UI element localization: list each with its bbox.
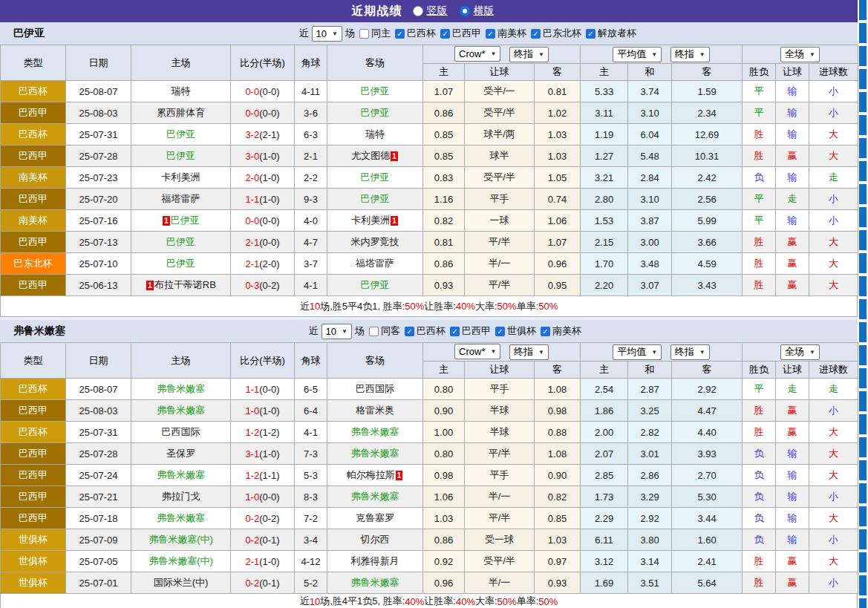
- home-team-cell: 弗拉门戈: [131, 486, 231, 508]
- result-handicap-cell: 输: [776, 210, 809, 232]
- handicap-cell: 半球: [465, 422, 535, 443]
- away-team-cell: 卡利美洲1: [327, 210, 423, 232]
- result-handicap-cell: 赢: [776, 400, 809, 422]
- vertical-layout-radio[interactable]: [413, 6, 423, 16]
- avg-draw-cell: 5.48: [628, 146, 672, 167]
- date-cell: 25-07-09: [66, 529, 131, 551]
- league-checkbox[interactable]: ✓: [531, 29, 541, 39]
- handicap-cell: 平/半: [465, 508, 535, 529]
- league-checkbox-label[interactable]: 巴西杯: [407, 27, 436, 40]
- col-header-date: 日期: [66, 343, 131, 379]
- home-team-name: 巴伊亚: [166, 258, 195, 269]
- league-checkbox[interactable]: ✓: [440, 29, 450, 39]
- league-checkbox-label[interactable]: 南美杯: [497, 27, 526, 40]
- match-row: 南美杯25-07-161巴伊亚0-0(0-0)4-0卡利美洲10.82一球1.0…: [1, 210, 858, 232]
- type-cell: 南美杯: [1, 210, 66, 232]
- away-team-name: 福塔雷萨: [356, 258, 394, 269]
- match-row: 巴西甲25-07-21弗拉门戈1-0(0-0)8-3弗鲁米嫩塞1.06半/一0.…: [1, 486, 858, 508]
- league-checkbox[interactable]: ✓: [495, 327, 505, 336]
- result-handicap-cell: 走: [776, 379, 809, 400]
- league-checkbox-label[interactable]: 巴东北杯: [543, 27, 581, 40]
- chevron-down-icon: ▼: [651, 349, 657, 356]
- final-index-select[interactable]: 终指▼: [509, 47, 549, 62]
- away-team-cell: 弗鲁米嫩塞: [327, 486, 423, 508]
- avg-draw-cell: 3.25: [628, 400, 672, 422]
- league-checkbox[interactable]: ✓: [405, 327, 414, 336]
- same-venue-checkbox[interactable]: [369, 327, 379, 336]
- same-venue-label[interactable]: 同主: [371, 27, 391, 40]
- result-goals-cell: 小: [809, 189, 858, 210]
- fulltime-score: 0-0: [245, 215, 259, 226]
- home-team-cell: 弗鲁米嫩塞(中): [131, 529, 231, 551]
- average-select[interactable]: 平均值▼: [613, 344, 662, 360]
- league-checkbox-label[interactable]: 巴西杯: [417, 324, 446, 338]
- league-checkbox-label[interactable]: 巴西甲: [462, 324, 491, 338]
- score-cell: 1-2(1-2): [231, 422, 295, 443]
- result-handicap-cell: 赢: [776, 146, 809, 167]
- league-checkbox[interactable]: ✓: [586, 29, 595, 39]
- halftime-score: (2-0): [259, 258, 279, 269]
- result-goals-cell: 大: [809, 275, 858, 296]
- summary-line: 近10场,胜4平1负5, 胜率:40% 让胜率:40% 大率:50% 单率:50…: [0, 594, 858, 608]
- right-scroll-strip[interactable]: [859, 0, 867, 608]
- corner-cell: 4-1: [295, 275, 327, 296]
- summary-text: 大率:: [475, 300, 497, 313]
- corner-cell: 6-4: [295, 400, 327, 422]
- col-avg-home: 主: [581, 362, 628, 379]
- match-row: 巴西杯25-07-31巴西国际1-2(1-2)4-1弗鲁米嫩塞1.00半球0.8…: [1, 422, 858, 443]
- league-checkbox-label[interactable]: 南美杯: [552, 324, 581, 338]
- bookmaker-select[interactable]: Crow*▼: [454, 46, 500, 62]
- final-index-select-2[interactable]: 终指▼: [670, 47, 710, 62]
- date-cell: 25-07-10: [66, 253, 131, 275]
- result-wdl-cell: 胜: [743, 551, 776, 572]
- fulltime-score: 1-1: [245, 194, 259, 205]
- horizontal-layout-radio[interactable]: [460, 6, 470, 16]
- league-checkbox-label[interactable]: 巴西甲: [452, 27, 481, 40]
- avg-home-cell: 1.27: [581, 146, 628, 167]
- avg-away-cell: 3.93: [672, 443, 743, 465]
- league-checkbox[interactable]: ✓: [541, 327, 550, 336]
- final-index-select[interactable]: 终指▼: [509, 344, 549, 360]
- avg-away-cell: 2.92: [672, 379, 743, 400]
- odds-away-cell: 1.06: [535, 210, 581, 232]
- league-checkbox[interactable]: ✓: [395, 29, 405, 39]
- corner-cell: 6-3: [295, 124, 327, 146]
- scope-select[interactable]: 全场▼: [780, 47, 820, 62]
- final-index-select-2[interactable]: 终指▼: [670, 344, 710, 360]
- filter-bar: 近 10 ▼ 场 同主 ✓巴西杯✓巴西甲✓南美杯✓巴东北杯✓解放者杯: [299, 26, 636, 42]
- away-team-cell: 巴伊亚: [327, 167, 423, 189]
- avg-away-cell: 5.99: [672, 210, 743, 232]
- avg-away-cell: 4.59: [672, 253, 743, 275]
- same-venue-checkbox[interactable]: [359, 29, 369, 39]
- league-checkbox[interactable]: ✓: [486, 29, 495, 39]
- away-team-cell: 尤文图德1: [327, 146, 423, 167]
- same-venue-label[interactable]: 同客: [381, 324, 400, 338]
- avg-home-cell: 2.07: [581, 443, 628, 465]
- league-checkbox[interactable]: ✓: [450, 327, 460, 336]
- fulltime-score: 1-2: [245, 470, 259, 481]
- match-row: 巴西杯25-08-07瑞特0-0(0-0)4-11巴伊亚1.07受半/一0.81…: [1, 81, 858, 102]
- result-handicap-cell: 赢: [776, 572, 809, 594]
- home-team-cell: 瑞特: [131, 81, 231, 102]
- league-checkbox-label[interactable]: 解放者杯: [598, 27, 636, 40]
- horizontal-layout-label[interactable]: 横版: [474, 4, 495, 18]
- match-count-select[interactable]: 10 ▼: [322, 324, 352, 339]
- away-team-cell: 利雅得新月: [327, 551, 423, 572]
- corner-cell: 4-7: [295, 232, 327, 253]
- fulltime-score: 0-2: [245, 535, 259, 546]
- score-cell: 2-0(1-0): [231, 167, 295, 189]
- league-checkbox-label[interactable]: 世俱杯: [507, 324, 536, 338]
- match-count-select[interactable]: 10 ▼: [312, 26, 342, 42]
- avg-away-cell: 2.41: [672, 551, 743, 572]
- average-select[interactable]: 平均值▼: [613, 47, 662, 62]
- chevron-down-icon: ▼: [332, 30, 338, 37]
- score-cell: 2-1(1-0): [231, 551, 295, 572]
- scope-select[interactable]: 全场▼: [780, 344, 820, 360]
- league-filter-group: ✓巴西杯✓巴西甲✓世俱杯✓南美杯: [400, 324, 581, 338]
- result-handicap-cell: 赢: [776, 232, 809, 253]
- odds-away-cell: 1.08: [535, 443, 581, 465]
- home-team-name: 弗拉门戈: [162, 491, 200, 502]
- chevron-down-icon: ▼: [490, 50, 496, 57]
- bookmaker-select[interactable]: Crow*▼: [454, 344, 500, 359]
- vertical-layout-label[interactable]: 竖版: [427, 4, 448, 18]
